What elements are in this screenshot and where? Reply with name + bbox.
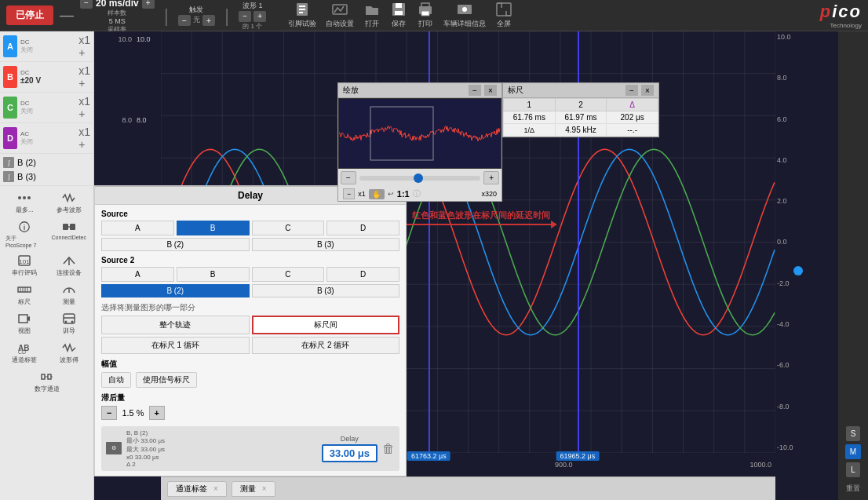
source-c-button[interactable]: C xyxy=(252,221,325,235)
sidebar-icon-measure[interactable]: 测量 xyxy=(48,281,91,308)
channel-d-plus[interactable]: x1+ xyxy=(78,126,90,151)
region-ruler2-button[interactable]: 在标尺 2 循环 xyxy=(252,337,400,354)
channel-a-coupling: DC xyxy=(20,38,78,46)
reset-button[interactable]: 重置 xyxy=(846,484,860,494)
source2-b-button[interactable]: B xyxy=(177,267,250,282)
channel-d-status: 关闭 xyxy=(20,137,78,146)
extra-ch-b3[interactable]: ∫ B (3) xyxy=(3,170,90,184)
replay-title: 绘放 xyxy=(343,85,359,96)
extra-ch-b2[interactable]: ∫ B (2) xyxy=(3,155,90,170)
samples-value: 5 MS xyxy=(109,17,126,25)
result-trash-button[interactable]: 🗑 xyxy=(382,442,395,456)
region-full-button[interactable]: 整个轨迹 xyxy=(101,316,250,334)
sidebar-icon-device[interactable]: 连接设备 xyxy=(48,252,91,279)
ruler-title: 标尺 xyxy=(508,85,523,96)
wave-plus-button[interactable]: + xyxy=(253,11,266,22)
select-label: 选择将测量图形的哪一部分 xyxy=(101,302,399,313)
channel-b-label[interactable]: B xyxy=(3,66,17,88)
sidebar-icon-refwave[interactable]: 参考波形 xyxy=(48,189,91,217)
source-sub-b2-button[interactable]: B (2) xyxy=(101,238,250,251)
auto-button[interactable]: 自动 xyxy=(101,372,131,388)
sidebar-icon-ruler[interactable]: 标尺 xyxy=(3,281,46,308)
size-s-button[interactable]: S xyxy=(846,426,861,441)
replay-close-button[interactable]: × xyxy=(484,85,497,96)
sidebar-icon-connect[interactable]: ConnectDetec xyxy=(48,218,91,250)
size-m-button[interactable]: M xyxy=(845,444,861,459)
toolbar-icon-print[interactable]: 打印 xyxy=(417,2,434,29)
channel-b-info: DC ±20 V xyxy=(20,69,78,85)
sidebar-icon-digital[interactable]: 数字通道 xyxy=(3,368,90,396)
channel-a-plus[interactable]: x1+ xyxy=(78,34,90,59)
replay-minimize-button[interactable]: − xyxy=(469,85,481,96)
trigger-minus-button[interactable]: − xyxy=(178,15,191,26)
sidebar-icon-chlabel[interactable]: ABCD 通道标签 xyxy=(3,339,46,367)
svg-text:i: i xyxy=(24,224,25,232)
channel-c-plus[interactable]: x1+ xyxy=(78,95,90,120)
ruler-minimize-button[interactable]: − xyxy=(625,85,638,96)
stop-button[interactable]: 已停止 xyxy=(6,5,53,25)
toolbar-icon-fullscreen[interactable]: 全屏 xyxy=(495,2,512,29)
tab-channel-label[interactable]: 通道标签 × xyxy=(167,481,227,497)
toolbar-icon-auto[interactable]: 自动设置 xyxy=(326,2,354,29)
source2-d-button[interactable]: D xyxy=(326,267,399,282)
icon-open-label: 打开 xyxy=(365,19,379,29)
ruler-r1-delta: 202 μs xyxy=(607,111,658,124)
replay-minus-button[interactable]: − xyxy=(341,171,356,184)
sidebar-icon-video[interactable]: 视图 xyxy=(3,310,46,338)
replay-zoom-hand[interactable]: ✋ xyxy=(369,189,385,199)
source2-sub-b3-button[interactable]: B (3) xyxy=(252,284,400,297)
sidebar-icon-info[interactable]: i 关于 PicoScope 7 xyxy=(3,218,46,250)
channel-b-plus[interactable]: x1+ xyxy=(78,64,90,89)
wave-minus-button[interactable]: − xyxy=(239,11,251,22)
sidebar-train-label: 训导 xyxy=(63,327,75,335)
scope-minus-button[interactable]: − xyxy=(80,0,93,9)
replay-ratio: 1:1 xyxy=(397,189,410,199)
region-ruler1-button[interactable]: 在标尺 1 循环 xyxy=(101,337,250,354)
toolbar-icons: 引脚试验 自动设置 打开 保存 打印 车辆详细信息 全屏 xyxy=(288,2,512,29)
trigger-plus-button[interactable]: + xyxy=(202,15,215,26)
sidebar-connect-label: ConnectDetec xyxy=(52,235,86,240)
replay-zoom-minus-button[interactable]: − xyxy=(343,188,355,199)
channel-a-label[interactable]: A xyxy=(3,35,17,57)
tab-measure[interactable]: 测量 × xyxy=(232,481,275,497)
toolbar-icon-test[interactable]: 引脚试验 xyxy=(288,2,316,29)
channel-d-label[interactable]: D xyxy=(3,127,17,149)
toolbar-icon-open[interactable]: 打开 xyxy=(363,2,381,29)
lag-minus-button[interactable]: − xyxy=(101,406,117,420)
signal-ruler-button[interactable]: 使用信号标尺 xyxy=(136,372,197,388)
source-d-button[interactable]: D xyxy=(326,221,399,235)
source-sub-b3-button[interactable]: B (3) xyxy=(252,238,400,251)
sidebar-more-label: 最多... xyxy=(16,206,34,214)
region-ruler-button[interactable]: 标尺间 xyxy=(252,316,400,334)
replay-slider[interactable] xyxy=(359,176,480,181)
source2-c-button[interactable]: C xyxy=(252,267,325,282)
source-label: Source xyxy=(101,210,399,218)
sidebar-icon-train[interactable]: 训导 xyxy=(48,310,91,338)
toolbar-icon-save[interactable]: 保存 xyxy=(390,2,407,29)
source-b-button[interactable]: B xyxy=(177,221,250,235)
ruler-r1-c1: 61.76 ms xyxy=(504,111,556,124)
sidebar-device-label: 连接设备 xyxy=(57,268,82,277)
yr-m10: -10.0 xyxy=(777,443,805,451)
replay-info-icon[interactable]: ⓘ xyxy=(413,188,421,199)
channel-a-status: 关闭 xyxy=(20,46,78,54)
size-l-button[interactable]: L xyxy=(846,462,860,477)
replay-plus-button[interactable]: + xyxy=(483,171,499,184)
lag-plus-button[interactable]: + xyxy=(149,406,165,420)
tab-measure-close[interactable]: × xyxy=(262,484,267,493)
replay-zoom-left: − x1 ✋ ↩ 1:1 ⓘ xyxy=(343,188,421,199)
scope-plus-button[interactable]: + xyxy=(142,0,155,9)
lag-row: − 1.5 % + xyxy=(101,406,399,420)
sidebar-icon-more[interactable]: 最多... xyxy=(3,189,46,217)
sidebar-icon-waveform[interactable]: 波形傅 xyxy=(48,339,91,367)
ruler-close-button[interactable]: × xyxy=(641,85,654,96)
time-tag-1: 61763.2 μs xyxy=(407,451,450,461)
channel-c-label[interactable]: C xyxy=(3,97,17,119)
replay-slider-thumb[interactable] xyxy=(414,173,423,183)
source2-sub-b2-button[interactable]: B (2) xyxy=(101,284,250,297)
toolbar-icon-channel[interactable]: 车辆详细信息 xyxy=(443,2,486,29)
source2-a-button[interactable]: A xyxy=(101,267,174,282)
sidebar-icon-serial[interactable]: 101 串行评码 xyxy=(3,252,46,279)
source-a-button[interactable]: A xyxy=(101,221,174,235)
tab-channel-close[interactable]: × xyxy=(213,484,218,493)
